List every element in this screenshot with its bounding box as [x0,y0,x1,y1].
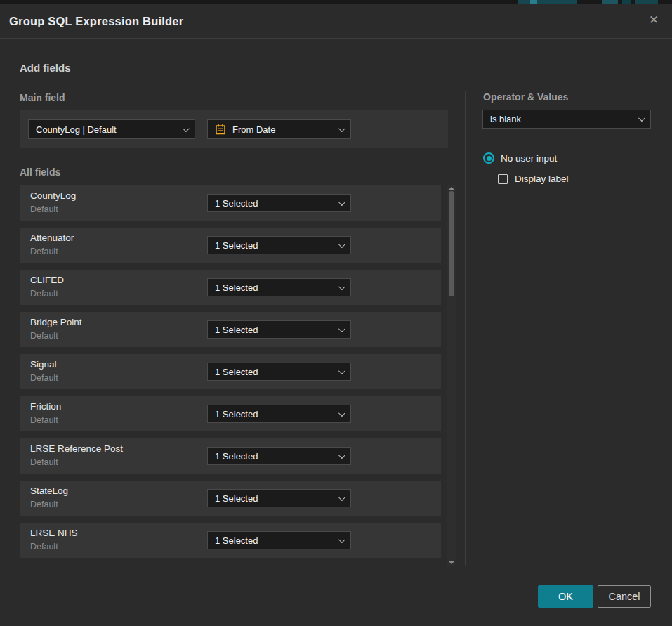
selection-value: 1 Selected [215,367,333,377]
selection-value: 1 Selected [215,409,333,419]
field-name: CLIFED [30,275,64,285]
dialog-title: Group SQL Expression Builder [9,15,183,28]
field-name: StateLog [30,485,68,496]
main-field-panel: CountyLog | Default From Date [20,110,448,148]
chevron-down-icon [338,125,345,132]
main-field-label: Main field [20,92,65,103]
operator-select-value: is blank [490,114,633,124]
main-field-layer-select[interactable]: CountyLog | Default [28,119,195,139]
chevron-down-icon [338,199,345,206]
field-selection-dropdown[interactable]: 1 Selected [207,363,351,381]
group-sql-expression-builder-dialog: Group SQL Expression Builder ✕ Add field… [0,0,672,626]
field-selection-dropdown[interactable]: 1 Selected [207,278,351,296]
field-name: LRSE NHS [30,528,78,538]
chevron-down-icon [338,367,345,374]
chevron-down-icon [638,115,645,122]
panel-divider [465,91,466,566]
selection-value: 1 Selected [215,282,333,293]
selection-value: 1 Selected [215,535,333,546]
chevron-down-icon [338,452,345,459]
chevron-down-icon [183,125,190,132]
date-select-value: From Date [232,124,333,135]
field-name: Friction [30,401,61,412]
scroll-down-icon[interactable] [449,561,454,564]
field-name: Attenuator [30,233,74,243]
display-label-checkbox[interactable]: Display label [498,174,569,184]
field-row: StateLog Default 1 Selected [20,481,441,516]
field-row: CLIFED Default 1 Selected [20,270,441,305]
selection-value: 1 Selected [215,451,333,462]
close-icon: ✕ [649,13,659,27]
checkbox-label: Display label [515,174,569,184]
field-name: CountyLog [30,190,76,201]
field-subtitle: Default [30,500,58,509]
scroll-up-icon[interactable] [449,187,454,190]
selection-value: 1 Selected [215,325,333,335]
field-selection-dropdown[interactable]: 1 Selected [207,320,351,339]
chevron-down-icon [338,241,345,248]
field-selection-dropdown[interactable]: 1 Selected [207,531,351,549]
fields-scrollbar[interactable] [447,185,456,566]
main-field-date-select[interactable]: From Date [207,119,351,139]
field-subtitle: Default [30,542,58,552]
layer-select-value: CountyLog | Default [36,124,177,135]
selection-value: 1 Selected [215,198,333,209]
field-subtitle: Default [30,457,58,467]
no-user-input-radio[interactable]: No user input [483,152,557,164]
add-fields-heading: Add fields [20,62,71,74]
field-name: Signal [30,359,57,370]
field-row: LRSE Reference Post Default 1 Selected [20,438,441,474]
radio-selected-icon [483,152,494,164]
chevron-down-icon [338,283,345,290]
radio-label: No user input [501,153,557,164]
field-selection-dropdown[interactable]: 1 Selected [207,405,351,423]
field-selection-dropdown[interactable]: 1 Selected [207,236,351,254]
field-row: Bridge Point Default 1 Selected [20,312,441,347]
chevron-down-icon [338,494,345,501]
all-fields-list: CountyLog Default 1 Selected Attenuator … [20,185,441,565]
dialog-titlebar: Group SQL Expression Builder [0,4,672,39]
field-subtitle: Default [30,373,58,383]
field-selection-dropdown[interactable]: 1 Selected [207,194,351,212]
field-subtitle: Default [30,247,58,256]
close-button[interactable]: ✕ [643,8,665,31]
field-row: LRSE NHS Default 1 Selected [20,523,441,558]
field-row: Signal Default 1 Selected [20,354,441,389]
chevron-down-icon [338,536,345,543]
field-subtitle: Default [30,331,58,341]
field-selection-dropdown[interactable]: 1 Selected [207,489,351,507]
field-row: CountyLog Default 1 Selected [20,185,441,221]
operator-select[interactable]: is blank [482,110,651,129]
field-subtitle: Default [30,289,58,299]
chevron-down-icon [338,325,345,332]
field-name: Bridge Point [30,317,82,327]
field-selection-dropdown[interactable]: 1 Selected [207,447,351,465]
selection-value: 1 Selected [215,493,333,504]
scrollbar-thumb[interactable] [449,191,454,296]
ok-button[interactable]: OK [538,585,593,608]
field-name: LRSE Reference Post [30,443,123,454]
calendar-icon [215,124,226,135]
checkbox-unchecked-icon [498,174,508,184]
field-subtitle: Default [30,204,58,214]
chevron-down-icon [338,410,345,417]
selection-value: 1 Selected [215,240,333,251]
operator-values-heading: Operator & Values [483,91,568,103]
all-fields-label: All fields [20,167,60,178]
cancel-button[interactable]: Cancel [598,585,651,608]
field-row: Attenuator Default 1 Selected [20,228,441,263]
field-subtitle: Default [30,415,58,425]
field-row: Friction Default 1 Selected [20,396,441,431]
